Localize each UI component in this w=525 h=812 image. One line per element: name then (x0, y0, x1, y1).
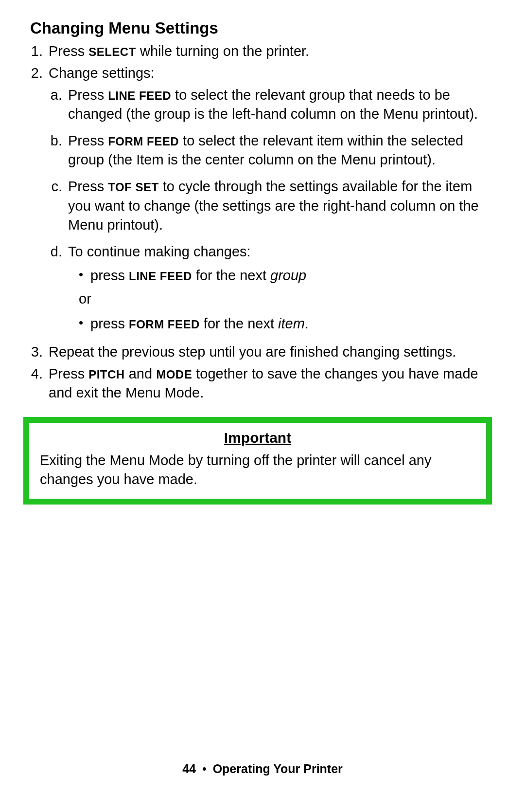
step-2d-text: To continue making changes: (68, 244, 251, 259)
step-2b: Press FORM FEED to select the relevant i… (66, 131, 498, 169)
key-select: SELECT (88, 45, 136, 58)
step-1: Press SELECT while turning on the printe… (47, 42, 498, 61)
step-2c-pre: Press (68, 179, 108, 194)
section-heading: Changing Menu Settings (30, 18, 498, 38)
step-2c: Press TOF SET to cycle through the setti… (66, 177, 498, 234)
step-1-pre: Press (49, 43, 88, 59)
b1-pre: press (90, 268, 129, 283)
or-separator: or (79, 289, 498, 310)
step-2a: Press LINE FEED to select the relevant g… (66, 86, 498, 124)
page-number: 44 (182, 762, 196, 776)
b2-mid: for the next (200, 316, 278, 331)
chapter-title: Operating Your Printer (213, 762, 343, 776)
key-pitch: PITCH (88, 368, 125, 381)
substeps-list: Press LINE FEED to select the relevant g… (49, 86, 498, 335)
document-page: Changing Menu Settings Press SELECT whil… (0, 0, 525, 812)
step-2: Change settings: Press LINE FEED to sele… (47, 64, 498, 335)
bullet-next-group: press LINE FEED for the next group (79, 265, 498, 287)
important-note-box: Important Exiting the Menu Mode by turni… (23, 417, 492, 505)
step-2b-pre: Press (68, 133, 108, 148)
step-2d: To continue making changes: press LINE F… (66, 242, 498, 335)
b2-ital: item (278, 316, 305, 331)
key-tof-set: TOF SET (108, 180, 158, 194)
step-4-pre: Press (49, 366, 88, 381)
key-mode: MODE (156, 368, 192, 381)
key-line-feed: LINE FEED (108, 89, 171, 102)
steps-list: Press SELECT while turning on the printe… (30, 42, 498, 402)
b2-suffix: . (305, 316, 309, 331)
step-4-mid: and (125, 366, 157, 381)
continue-bullets: press LINE FEED for the next group (68, 265, 498, 287)
b1-ital: group (270, 268, 306, 283)
step-3-text: Repeat the previous step until you are f… (49, 344, 456, 360)
step-2a-pre: Press (68, 87, 108, 103)
footer-separator: • (202, 762, 207, 776)
key-form-feed: FORM FEED (108, 135, 179, 148)
b2-pre: press (90, 316, 129, 331)
step-2-text: Change settings: (49, 65, 155, 81)
continue-bullets-2: press FORM FEED for the next item. (68, 313, 498, 335)
step-3: Repeat the previous step until you are f… (47, 343, 498, 361)
note-body: Exiting the Menu Mode by turning off the… (40, 451, 475, 489)
key-line-feed-2: LINE FEED (129, 270, 192, 283)
step-4: Press PITCH and MODE together to save th… (47, 364, 498, 402)
bullet-next-item: press FORM FEED for the next item. (79, 313, 498, 335)
b1-mid: for the next (192, 268, 270, 283)
note-title: Important (40, 430, 475, 446)
key-form-feed-2: FORM FEED (129, 318, 200, 331)
step-1-post: while turning on the printer. (136, 43, 309, 59)
page-footer: 44 • Operating Your Printer (0, 762, 525, 776)
